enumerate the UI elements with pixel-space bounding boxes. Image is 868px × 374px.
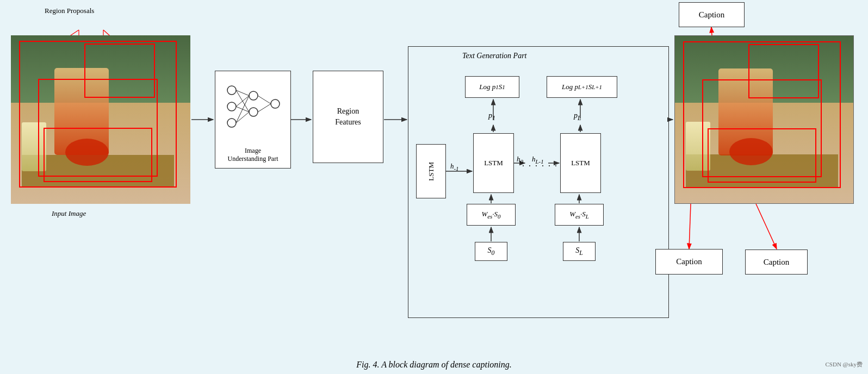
svg-line-32 [236,96,249,107]
nn-box: Image Understanding Part [215,71,291,169]
sL-box: SL [563,242,596,261]
svg-point-28 [249,108,258,116]
watermark: CSDN @sky费 [825,360,863,369]
svg-line-37 [258,104,271,112]
wes0-box: Wes·S0 [467,204,516,226]
svg-line-36 [258,96,271,104]
output-red-box-4 [708,128,816,183]
nn-label: Image Understanding Part [228,147,278,164]
svg-line-35 [236,112,249,123]
main-container: Region Proposals Input Image [0,0,868,374]
svg-point-29 [271,99,280,108]
svg-point-25 [227,102,236,111]
text-gen-title: Text Generation Part [462,52,526,60]
svg-point-27 [249,91,258,100]
log-p1-box: Log p1S1 [465,76,519,98]
region-features-box: Region Features [313,71,383,163]
region-proposals-label: Region Proposals [45,7,94,15]
svg-point-24 [227,86,236,95]
input-image-label: Input Image [52,209,86,218]
nn-diagram [221,77,286,142]
wesL-box: Wes·SL [555,204,604,226]
log-pL-box: Log pL+1SL+1 [547,76,617,98]
svg-line-34 [236,96,249,123]
figure-caption: Fig. 4. A block diagram of dense caption… [356,360,512,370]
svg-line-30 [236,90,249,96]
svg-line-16 [689,204,691,249]
dots: · · · · · · [522,161,558,171]
caption-bottom-right: Caption [745,250,808,275]
lstm-right: LSTM [560,133,601,193]
caption-bottom-left: Caption [655,249,723,275]
h-minus1-label: h-1 [450,162,459,172]
p1-label: p1 [488,111,495,122]
s0-box: S0 [475,242,507,261]
text-gen-box [408,46,669,318]
red-box-4 [44,128,152,182]
lstm-middle: LSTM [473,133,514,193]
caption-top: Caption [679,2,745,27]
svg-line-17 [756,204,777,249]
lstm-left: LSTM [416,144,446,198]
svg-point-26 [227,119,236,127]
pL-label: pL [574,111,581,122]
input-photo [11,35,190,204]
output-photo [674,35,854,204]
